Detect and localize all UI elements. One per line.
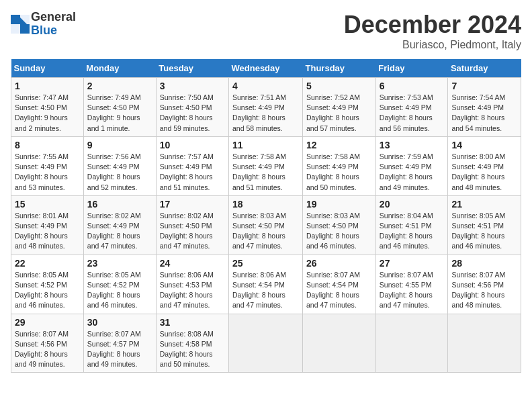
day-info: Sunrise: 8:07 AM Sunset: 4:54 PM Dayligh… — [306, 270, 372, 311]
calendar-table: Sunday Monday Tuesday Wednesday Thursday… — [11, 59, 521, 373]
day-number: 8 — [15, 140, 80, 150]
day-number: 28 — [451, 258, 517, 269]
header-row: Sunday Monday Tuesday Wednesday Thursday… — [11, 59, 521, 78]
day-info: Sunrise: 8:08 AM Sunset: 4:58 PM Dayligh… — [160, 329, 225, 370]
day-info: Sunrise: 7:56 AM Sunset: 4:49 PM Dayligh… — [87, 152, 152, 193]
logo: General Blue — [11, 11, 76, 38]
day-number: 5 — [306, 81, 372, 91]
day-number: 17 — [160, 199, 225, 210]
day-info: Sunrise: 8:03 AM Sunset: 4:50 PM Dayligh… — [306, 211, 372, 252]
day-number: 21 — [451, 199, 517, 210]
day-number: 11 — [232, 140, 299, 150]
day-number: 24 — [160, 258, 225, 269]
svg-rect-3 — [20, 24, 30, 34]
day-cell: 26 Sunrise: 8:07 AM Sunset: 4:54 PM Dayl… — [303, 255, 376, 314]
day-info: Sunrise: 7:50 AM Sunset: 4:50 PM Dayligh… — [160, 93, 225, 134]
day-number: 1 — [15, 81, 80, 91]
day-number: 23 — [87, 258, 152, 269]
day-number: 2 — [87, 81, 152, 91]
day-cell: 1 Sunrise: 7:47 AM Sunset: 4:50 PM Dayli… — [11, 78, 84, 137]
day-cell: 11 Sunrise: 7:58 AM Sunset: 4:49 PM Dayl… — [229, 136, 303, 195]
day-info: Sunrise: 8:07 AM Sunset: 4:56 PM Dayligh… — [15, 329, 80, 370]
day-number: 3 — [160, 81, 225, 91]
day-info: Sunrise: 8:06 AM Sunset: 4:53 PM Dayligh… — [160, 270, 225, 311]
day-info: Sunrise: 8:06 AM Sunset: 4:54 PM Dayligh… — [232, 270, 299, 311]
day-info: Sunrise: 7:51 AM Sunset: 4:49 PM Dayligh… — [232, 93, 299, 134]
logo-blue: Blue — [31, 24, 76, 38]
day-info: Sunrise: 8:05 AM Sunset: 4:51 PM Dayligh… — [451, 211, 517, 252]
day-cell: 4 Sunrise: 7:51 AM Sunset: 4:49 PM Dayli… — [229, 78, 303, 137]
day-info: Sunrise: 7:54 AM Sunset: 4:49 PM Dayligh… — [451, 93, 517, 134]
day-cell: 5 Sunrise: 7:52 AM Sunset: 4:49 PM Dayli… — [303, 78, 376, 137]
day-cell: 9 Sunrise: 7:56 AM Sunset: 4:49 PM Dayli… — [83, 136, 156, 195]
day-number: 20 — [380, 199, 445, 210]
day-cell: 29 Sunrise: 8:07 AM Sunset: 4:56 PM Dayl… — [11, 314, 84, 373]
day-cell: 28 Sunrise: 8:07 AM Sunset: 4:56 PM Dayl… — [448, 255, 521, 314]
day-info: Sunrise: 7:47 AM Sunset: 4:50 PM Dayligh… — [15, 93, 80, 134]
day-info: Sunrise: 8:05 AM Sunset: 4:52 PM Dayligh… — [87, 270, 152, 311]
day-cell: 23 Sunrise: 8:05 AM Sunset: 4:52 PM Dayl… — [83, 255, 156, 314]
day-number: 14 — [451, 140, 517, 150]
day-cell: 31 Sunrise: 8:08 AM Sunset: 4:58 PM Dayl… — [156, 314, 228, 373]
day-cell: 12 Sunrise: 7:58 AM Sunset: 4:49 PM Dayl… — [303, 136, 376, 195]
logo-icon — [11, 15, 30, 34]
col-sunday: Sunday — [11, 59, 84, 78]
day-cell: 3 Sunrise: 7:50 AM Sunset: 4:50 PM Dayli… — [156, 78, 228, 137]
day-number: 7 — [451, 81, 517, 91]
calendar-week: 29 Sunrise: 8:07 AM Sunset: 4:56 PM Dayl… — [11, 314, 521, 373]
day-info: Sunrise: 8:05 AM Sunset: 4:52 PM Dayligh… — [15, 270, 80, 311]
day-info: Sunrise: 8:00 AM Sunset: 4:49 PM Dayligh… — [451, 152, 517, 193]
day-cell: 10 Sunrise: 7:57 AM Sunset: 4:49 PM Dayl… — [156, 136, 228, 195]
day-info: Sunrise: 7:55 AM Sunset: 4:49 PM Dayligh… — [15, 152, 80, 193]
day-number: 26 — [306, 258, 372, 269]
day-cell: 2 Sunrise: 7:49 AM Sunset: 4:50 PM Dayli… — [83, 78, 156, 137]
day-number: 29 — [15, 317, 80, 328]
day-number: 31 — [160, 317, 225, 328]
day-number: 27 — [380, 258, 445, 269]
col-saturday: Saturday — [448, 59, 521, 78]
day-cell: 25 Sunrise: 8:06 AM Sunset: 4:54 PM Dayl… — [229, 255, 303, 314]
day-number: 22 — [15, 258, 80, 269]
day-info: Sunrise: 8:02 AM Sunset: 4:50 PM Dayligh… — [160, 211, 225, 252]
logo-general: General — [31, 11, 76, 24]
calendar-week: 8 Sunrise: 7:55 AM Sunset: 4:49 PM Dayli… — [11, 136, 521, 195]
day-cell: 16 Sunrise: 8:02 AM Sunset: 4:49 PM Dayl… — [83, 195, 156, 255]
day-number: 16 — [87, 199, 152, 210]
calendar-week: 15 Sunrise: 8:01 AM Sunset: 4:49 PM Dayl… — [11, 195, 521, 255]
day-number: 19 — [306, 199, 372, 210]
day-number: 4 — [232, 81, 299, 91]
col-thursday: Thursday — [303, 59, 376, 78]
day-number: 25 — [232, 258, 299, 269]
day-cell: 19 Sunrise: 8:03 AM Sunset: 4:50 PM Dayl… — [303, 195, 376, 255]
svg-rect-0 — [11, 15, 20, 24]
day-number: 10 — [160, 140, 225, 150]
day-cell: 20 Sunrise: 8:04 AM Sunset: 4:51 PM Dayl… — [375, 195, 448, 255]
day-number: 12 — [306, 140, 372, 150]
header: General Blue December 2024 Buriasco, Pie… — [11, 11, 521, 51]
calendar-title: December 2024 — [344, 11, 521, 39]
day-info: Sunrise: 8:07 AM Sunset: 4:55 PM Dayligh… — [380, 270, 445, 311]
day-cell: 6 Sunrise: 7:53 AM Sunset: 4:49 PM Dayli… — [375, 78, 448, 137]
col-friday: Friday — [375, 59, 448, 78]
day-cell: 24 Sunrise: 8:06 AM Sunset: 4:53 PM Dayl… — [156, 255, 228, 314]
empty-cell — [303, 314, 376, 373]
day-info: Sunrise: 8:01 AM Sunset: 4:49 PM Dayligh… — [15, 211, 80, 252]
day-number: 30 — [87, 317, 152, 328]
day-cell: 14 Sunrise: 8:00 AM Sunset: 4:49 PM Dayl… — [448, 136, 521, 195]
day-number: 18 — [232, 199, 299, 210]
empty-cell — [448, 314, 521, 373]
day-info: Sunrise: 7:52 AM Sunset: 4:49 PM Dayligh… — [306, 93, 372, 134]
day-info: Sunrise: 8:07 AM Sunset: 4:57 PM Dayligh… — [87, 329, 152, 370]
day-cell: 8 Sunrise: 7:55 AM Sunset: 4:49 PM Dayli… — [11, 136, 84, 195]
col-wednesday: Wednesday — [229, 59, 303, 78]
day-info: Sunrise: 8:03 AM Sunset: 4:50 PM Dayligh… — [232, 211, 299, 252]
day-cell: 13 Sunrise: 7:59 AM Sunset: 4:49 PM Dayl… — [375, 136, 448, 195]
day-cell: 21 Sunrise: 8:05 AM Sunset: 4:51 PM Dayl… — [448, 195, 521, 255]
calendar-week: 22 Sunrise: 8:05 AM Sunset: 4:52 PM Dayl… — [11, 255, 521, 314]
day-cell: 27 Sunrise: 8:07 AM Sunset: 4:55 PM Dayl… — [375, 255, 448, 314]
day-cell: 18 Sunrise: 8:03 AM Sunset: 4:50 PM Dayl… — [229, 195, 303, 255]
day-info: Sunrise: 7:49 AM Sunset: 4:50 PM Dayligh… — [87, 93, 152, 134]
day-info: Sunrise: 8:07 AM Sunset: 4:56 PM Dayligh… — [451, 270, 517, 311]
calendar-subtitle: Buriasco, Piedmont, Italy — [344, 39, 521, 51]
day-info: Sunrise: 7:58 AM Sunset: 4:49 PM Dayligh… — [306, 152, 372, 193]
